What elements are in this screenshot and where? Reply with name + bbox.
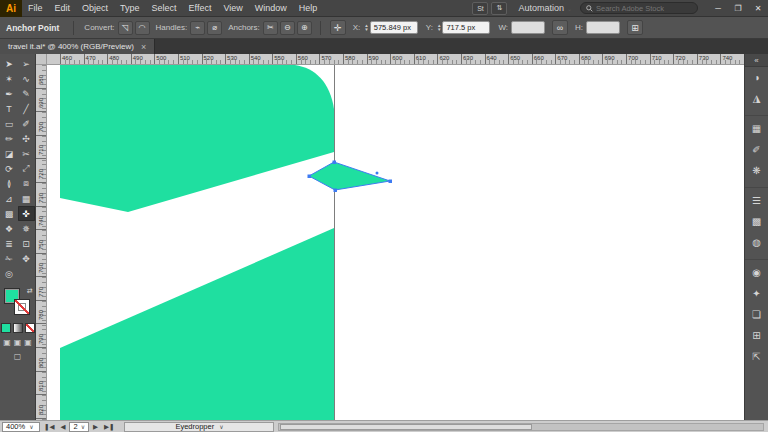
- draw-inside-icon[interactable]: ▣: [24, 338, 32, 347]
- zoom-select[interactable]: 400% ∨: [2, 422, 40, 432]
- scissors-tool[interactable]: ✂: [18, 146, 35, 161]
- screen-mode-icon[interactable]: ▢: [14, 352, 22, 361]
- menu-item[interactable]: File: [22, 0, 49, 16]
- convert-to-smooth-button[interactable]: ◠: [135, 21, 150, 35]
- gradient-mode-button[interactable]: [13, 323, 23, 333]
- zoom-tool[interactable]: ◎: [1, 266, 18, 281]
- swatches-panel-icon[interactable]: ▦: [745, 115, 768, 139]
- graphic-styles-panel-icon[interactable]: ✦: [745, 283, 768, 304]
- symbol-sprayer-tool[interactable]: ✵: [18, 221, 35, 236]
- shaper-tool[interactable]: ✣: [18, 131, 35, 146]
- hide-handles-button[interactable]: ⌀: [207, 21, 222, 35]
- x-stepper[interactable]: ▲▼: [364, 24, 368, 32]
- color-guide-panel-icon[interactable]: ◮: [745, 88, 768, 109]
- next-artboard-button[interactable]: ▶: [91, 423, 100, 431]
- tab-close-icon[interactable]: ×: [141, 42, 146, 52]
- menu-item[interactable]: Type: [114, 0, 146, 16]
- menu-item[interactable]: Edit: [49, 0, 77, 16]
- menu-item[interactable]: Window: [249, 0, 293, 16]
- green-shape-top[interactable]: [60, 65, 334, 212]
- adobe-stock-icon[interactable]: St: [472, 2, 488, 15]
- pencil-tool[interactable]: ✏: [1, 131, 18, 146]
- close-button[interactable]: ✕: [748, 0, 768, 16]
- draw-normal-icon[interactable]: ▣: [3, 338, 11, 347]
- symbols-panel-icon[interactable]: ❋: [745, 160, 768, 181]
- swap-fill-stroke-icon[interactable]: ⇄: [27, 287, 33, 294]
- artboard-tool[interactable]: ⊡: [18, 236, 35, 251]
- menu-item[interactable]: View: [217, 0, 248, 16]
- eraser-tool[interactable]: ◪: [1, 146, 18, 161]
- rotate-tool[interactable]: ⟳: [1, 161, 18, 176]
- column-graph-tool[interactable]: ≣: [1, 236, 18, 251]
- eyedropper-tool[interactable]: ✜: [18, 206, 35, 221]
- h-field[interactable]: [586, 21, 620, 34]
- free-transform-tool[interactable]: ⧈: [18, 176, 35, 191]
- w-field[interactable]: [511, 21, 545, 34]
- artboards-panel-icon[interactable]: ⊞: [745, 325, 768, 346]
- stroke-panel-icon[interactable]: ☰: [745, 187, 768, 211]
- slice-tool[interactable]: ✁: [1, 251, 18, 266]
- hand-tool[interactable]: ✥: [18, 251, 35, 266]
- lasso-tool[interactable]: ∿: [18, 71, 35, 86]
- show-handles-button[interactable]: ⌁: [190, 21, 205, 35]
- menu-item[interactable]: Select: [146, 0, 183, 16]
- menu-item[interactable]: Object: [76, 0, 114, 16]
- selection-tool[interactable]: ➤: [1, 56, 18, 71]
- none-mode-button[interactable]: [25, 323, 35, 333]
- curvature-tool[interactable]: ✎: [18, 86, 35, 101]
- type-tool[interactable]: T: [1, 101, 18, 116]
- horizontal-ruler[interactable]: 4604704804905005105205305405505605705805…: [47, 54, 744, 65]
- line-segment-tool[interactable]: ╱: [18, 101, 35, 116]
- search-input[interactable]: [593, 4, 692, 13]
- green-shape-bottom[interactable]: [60, 228, 334, 420]
- anchor-point[interactable]: [334, 189, 338, 193]
- scrollbar-thumb[interactable]: [280, 424, 531, 430]
- asset-export-panel-icon[interactable]: ⇱: [745, 346, 768, 367]
- paintbrush-tool[interactable]: ✐: [18, 116, 35, 131]
- workspace-switcher[interactable]: Automation ⌄: [518, 3, 572, 13]
- layers-panel-icon[interactable]: ❏: [745, 304, 768, 325]
- connect-anchors-button[interactable]: ⊕: [297, 21, 312, 35]
- anchor-point[interactable]: [389, 180, 393, 184]
- horizontal-scrollbar[interactable]: [278, 423, 764, 431]
- anchor-point[interactable]: [308, 175, 312, 179]
- y-field[interactable]: 717.5 px: [442, 21, 490, 34]
- convert-to-corner-button[interactable]: ◹: [118, 21, 133, 35]
- ruler-corner[interactable]: [36, 54, 47, 65]
- reference-point-icon[interactable]: ✛: [330, 20, 346, 35]
- appearance-panel-icon[interactable]: ◉: [745, 259, 768, 283]
- draw-behind-icon[interactable]: ▣: [14, 338, 22, 347]
- blend-tool[interactable]: ❖: [1, 221, 18, 236]
- first-artboard-button[interactable]: ❚◀: [42, 423, 56, 431]
- transparency-panel-icon[interactable]: ◍: [745, 232, 768, 253]
- pen-tool[interactable]: ✒: [1, 86, 18, 101]
- rectangle-tool[interactable]: ▭: [1, 116, 18, 131]
- magic-wand-tool[interactable]: ✶: [1, 71, 18, 86]
- brushes-panel-icon[interactable]: ✐: [745, 139, 768, 160]
- gradient-panel-icon[interactable]: ▩: [745, 211, 768, 232]
- canvas[interactable]: [47, 65, 744, 420]
- color-mode-button[interactable]: [1, 323, 11, 333]
- remove-anchor-button[interactable]: ⊖: [280, 21, 295, 35]
- width-tool[interactable]: ≬: [1, 176, 18, 191]
- x-field[interactable]: 575.849 px: [370, 21, 418, 34]
- artboard-number-select[interactable]: 2 ∨: [69, 422, 89, 432]
- vertical-ruler[interactable]: 6706806907007107207307407507607707807908…: [36, 65, 47, 420]
- scale-tool[interactable]: ⤢: [18, 161, 35, 176]
- arrange-documents-icon[interactable]: ⇅: [491, 2, 507, 15]
- anchor-point[interactable]: [333, 161, 337, 165]
- y-stepper[interactable]: ▲▼: [437, 24, 441, 32]
- menu-item[interactable]: Effect: [183, 0, 218, 16]
- menu-item[interactable]: Help: [293, 0, 324, 16]
- link-dimensions-icon[interactable]: ∞: [552, 20, 568, 35]
- expand-panels-icon[interactable]: «: [745, 54, 768, 67]
- document-tab[interactable]: travel it.ai* @ 400% (RGB/Preview) ×: [0, 39, 155, 54]
- restore-button[interactable]: ❐: [728, 0, 748, 16]
- cut-path-button[interactable]: ✂: [263, 21, 278, 35]
- selected-shape[interactable]: [309, 162, 390, 190]
- perspective-grid-tool[interactable]: ⊿: [1, 191, 18, 206]
- direction-handle-dot[interactable]: [376, 172, 379, 175]
- minimize-button[interactable]: ─: [708, 0, 728, 16]
- mesh-tool[interactable]: ▦: [18, 191, 35, 206]
- gradient-tool[interactable]: ▩: [1, 206, 18, 221]
